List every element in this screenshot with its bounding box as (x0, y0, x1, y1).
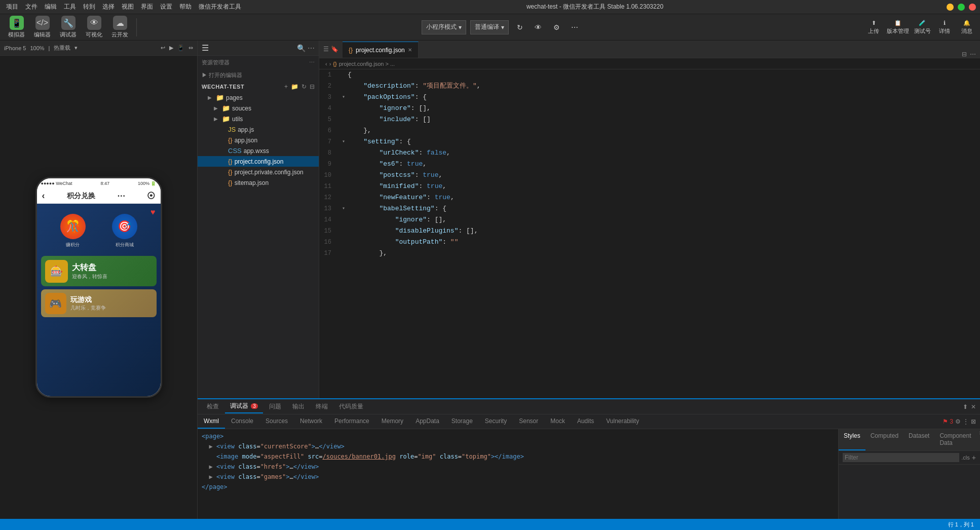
open-editor-label[interactable]: ▶ 打开的编辑器 (198, 69, 319, 81)
icon-item-1[interactable]: 🎊 赚积分 (60, 214, 86, 248)
menu-item-edit[interactable]: 编辑 (43, 3, 59, 11)
settings-icon-button[interactable]: ⚙ (549, 20, 563, 34)
more-options-button[interactable]: ⋯ (568, 20, 582, 34)
new-file-icon[interactable]: + (284, 83, 288, 90)
tree-item-app-json[interactable]: {} app.json (198, 135, 319, 145)
collapse-tree-icon[interactable]: ⊟ (310, 83, 315, 90)
devtools-expand-icon[interactable]: ⬆ (963, 403, 968, 410)
inner-tab-more-icon[interactable]: ⋮ (963, 418, 969, 425)
test-button[interactable]: 🧪 测试号 (913, 20, 931, 35)
menu-item-project[interactable]: 项目 (4, 3, 20, 11)
refresh-button[interactable]: ↻ (513, 20, 527, 34)
editor-tab-project-config[interactable]: {} project.config.json ✕ (343, 42, 419, 58)
xml-view[interactable]: <page> ▶ <view class="currentScore">…</v… (319, 429, 838, 530)
version-button[interactable]: 📋 版本管理 (887, 20, 909, 35)
rotate-icon[interactable]: ↩ (161, 45, 165, 51)
tree-item-utils[interactable]: ▶ 📁 utils (198, 113, 319, 124)
split-icon[interactable]: ⊟ (962, 51, 967, 58)
message-button[interactable]: 🔔 消息 (958, 20, 976, 35)
preview-icon-button[interactable]: 👁 (531, 20, 545, 34)
devtab-codequality[interactable]: 代码质量 (334, 400, 368, 413)
devtab-terminal[interactable]: 终端 (319, 400, 333, 413)
menu-item-select[interactable]: 选择 (100, 3, 117, 11)
phone-banner-large[interactable]: 🎰 大转盘 迎春风，转惊喜 (41, 256, 157, 286)
inner-tab-sensor[interactable]: Sensor (513, 414, 544, 429)
tree-item-sitemap[interactable]: {} sitemap.json (198, 177, 319, 188)
refresh-tree-icon[interactable]: ↻ (301, 83, 307, 90)
minimize-button[interactable] (947, 4, 954, 11)
forward-nav-icon[interactable]: › (329, 61, 331, 67)
tree-item-project-private[interactable]: {} project.private.config.json (198, 167, 319, 177)
menu-item-tool[interactable]: 工具 (62, 3, 78, 11)
inner-tab-network[interactable]: Network (319, 414, 328, 429)
menu-item-help[interactable]: 帮助 (177, 3, 194, 11)
xml-line-5: ▶ <view class="games">…</view> (319, 472, 834, 482)
menu-item-settings[interactable]: 设置 (158, 3, 174, 11)
visual-button[interactable]: 👁 可视化 (82, 14, 106, 41)
search-icon[interactable]: 🔍 (297, 44, 306, 52)
menu-item-wechat[interactable]: 微信开发者工具 (197, 3, 243, 11)
mode-select[interactable]: 小程序模式 ▾ (422, 20, 466, 34)
close-button[interactable] (969, 4, 976, 11)
detail-button[interactable]: ℹ 详情 (935, 20, 954, 35)
window-controls[interactable] (947, 4, 976, 11)
editor-button[interactable]: </> 编辑器 (30, 14, 55, 41)
tab-overflow-icon[interactable]: ⋯ (970, 51, 976, 58)
inner-tab-storage[interactable]: Storage (445, 414, 479, 429)
back-button[interactable]: ‹ (42, 191, 45, 201)
reload-icon[interactable]: ▶ (169, 45, 173, 51)
devtools-close-icon[interactable]: ✕ (971, 403, 976, 410)
style-tab-component[interactable]: Component Data (934, 429, 976, 450)
phone-banner-small[interactable]: 🎮 玩游戏 几时乐，竞赛争 (41, 289, 157, 317)
cls-button[interactable]: .cls (961, 455, 970, 461)
inner-tab-expand-icon[interactable]: ⊠ (971, 418, 976, 425)
inner-tab-performance[interactable]: Performance (328, 414, 375, 429)
editor-toggle-icon[interactable]: ☰ (323, 46, 329, 53)
filetree-menu-icon[interactable]: ☰ (202, 43, 209, 53)
add-style-button[interactable]: + (972, 453, 976, 462)
new-folder-icon[interactable]: 📁 (291, 83, 298, 90)
style-tab-styles[interactable]: Styles (839, 429, 865, 450)
upload-button[interactable]: ⬆ 上传 (864, 20, 883, 35)
styles-filter-input[interactable] (843, 453, 959, 462)
compile-select[interactable]: 普通编译 ▾ (470, 20, 509, 34)
device-icon[interactable]: 📱 (177, 45, 184, 51)
landscape-icon[interactable]: ⇔ (189, 45, 193, 51)
style-tab-dataset[interactable]: Dataset (903, 429, 934, 450)
open-btn[interactable]: ▾ (74, 45, 78, 51)
editor-bookmark-icon[interactable]: 🔖 (331, 46, 338, 53)
inner-tab-settings-icon[interactable]: ⚙ (955, 418, 961, 425)
inner-tab-memory[interactable]: Memory (375, 414, 409, 429)
tree-item-souces[interactable]: ▶ 📁 souces (198, 103, 319, 113)
debug-button[interactable]: 🔧 调试器 (56, 14, 81, 41)
back-nav-icon[interactable]: ‹ (325, 61, 327, 67)
simulate-button[interactable]: 📱 模拟器 (4, 14, 29, 41)
menu-item-goto[interactable]: 转到 (81, 3, 97, 11)
menu-item-interface[interactable]: 界面 (139, 3, 155, 11)
inner-tab-vulnerability[interactable]: Vulnerability (600, 414, 645, 429)
tab-close-icon[interactable]: ✕ (408, 47, 412, 53)
scan-icon[interactable]: ⦿ (147, 192, 155, 201)
hotreload-label[interactable]: 热重载 (54, 44, 70, 52)
maximize-button[interactable] (958, 4, 965, 11)
cloud-button[interactable]: ☁ 云开发 (107, 14, 132, 41)
game-sub: 几时乐，竞赛争 (70, 305, 153, 312)
inner-tab-security[interactable]: Security (479, 414, 513, 429)
menubar[interactable]: 项目 文件 编辑 工具 转到 选择 视图 界面 设置 帮助 微信开发者工具 (4, 3, 243, 11)
icon-item-2[interactable]: 🎯 积分商城 (112, 214, 137, 248)
menu-item-view[interactable]: 视图 (120, 3, 136, 11)
device-label: iPhone 5 (4, 45, 26, 51)
inner-tab-appdata[interactable]: AppData (409, 414, 445, 429)
inner-tab-mock[interactable]: Mock (544, 414, 571, 429)
styles-expand-icon[interactable]: › (976, 429, 980, 450)
tree-item-app-wxss[interactable]: CSS app.wxss (198, 145, 319, 156)
tree-item-project-config[interactable]: {} project.config.json (198, 156, 319, 167)
menu-item-file[interactable]: 文件 (23, 3, 40, 11)
style-tab-computed[interactable]: Computed (865, 429, 903, 450)
resource-more-icon[interactable]: ⋯ (309, 59, 315, 66)
tree-item-pages[interactable]: ▶ 📁 pages (198, 92, 319, 103)
inner-tab-audits[interactable]: Audits (571, 414, 600, 429)
tree-item-app-js[interactable]: JS app.js (198, 124, 319, 135)
more-icon[interactable]: ⋯ (117, 191, 125, 201)
filter-icon[interactable]: ⋯ (308, 44, 315, 52)
